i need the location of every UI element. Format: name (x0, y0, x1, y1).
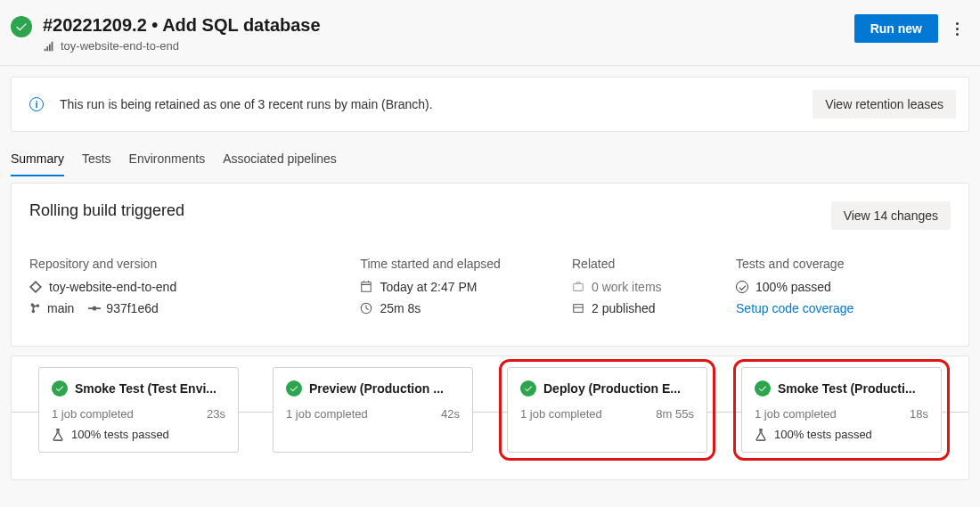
meta-tests: Tests and coverage 100% passed Setup cod… (736, 257, 951, 323)
repo-link[interactable]: toy-website-end-to-end (29, 280, 351, 294)
meta-repo-label: Repository and version (29, 257, 351, 271)
time-elapsed: 25m 8s (360, 301, 563, 315)
stages-panel: Smoke Test (Test Envi...1 job completed2… (11, 356, 969, 480)
tab-environments[interactable]: Environments (129, 151, 206, 176)
tab-tests[interactable]: Tests (82, 151, 111, 176)
tests-passed-link[interactable]: 100% passed (736, 280, 951, 294)
pipeline-link[interactable]: toy-website-end-to-end (43, 39, 321, 53)
run-new-button[interactable]: Run new (854, 14, 938, 43)
stage-duration: 42s (441, 407, 460, 421)
published-link[interactable]: 2 published (572, 301, 727, 315)
flask-icon (52, 429, 64, 441)
stage-duration: 8m 55s (656, 407, 694, 421)
tab-associated-pipelines[interactable]: Associated pipelines (223, 151, 337, 176)
stage-title: Smoke Test (Producti... (778, 381, 916, 396)
stage-jobs: 1 job completed (52, 407, 134, 421)
success-icon (755, 380, 771, 397)
meta-related: Related 0 work items 2 published (572, 257, 727, 323)
stage-title: Smoke Test (Test Envi... (75, 381, 216, 396)
success-icon (52, 380, 68, 397)
view-changes-button[interactable]: View 14 changes (831, 201, 951, 230)
more-menu-button[interactable] (951, 17, 964, 41)
repo-icon (29, 281, 42, 293)
retention-banner-wrap: i This run is being retained as one of 3… (0, 66, 980, 132)
svg-rect-1 (574, 284, 584, 291)
calendar-icon (360, 281, 372, 293)
stage-card[interactable]: Smoke Test (Test Envi...1 job completed2… (38, 367, 239, 453)
branch-link[interactable]: main (29, 301, 74, 315)
commit-icon (88, 302, 101, 315)
header-right: Run new (854, 14, 964, 43)
retention-banner: i This run is being retained as one of 3… (11, 77, 969, 132)
meta-time: Time started and elapsed Today at 2:47 P… (360, 257, 563, 323)
meta-related-label: Related (572, 257, 727, 271)
stage-jobs: 1 job completed (286, 407, 368, 421)
meta-repo: Repository and version toy-website-end-t… (29, 257, 351, 323)
stage-duration: 23s (207, 407, 225, 421)
repo-name: toy-website-end-to-end (49, 280, 176, 294)
page-header: #20221209.2 • Add SQL database toy-websi… (0, 0, 980, 66)
info-icon: i (29, 97, 44, 111)
stage-card[interactable]: Deploy (Production E...1 job completed8m… (507, 367, 707, 453)
flask-icon (755, 429, 767, 441)
commit-link[interactable]: 937f1e6d (88, 301, 158, 315)
stage-title: Deploy (Production E... (543, 381, 681, 396)
summary-heading: Rolling build triggered (29, 201, 184, 220)
artifact-icon (572, 302, 584, 315)
time-started: Today at 2:47 PM (360, 280, 563, 294)
stage-tests: 100% tests passed (755, 428, 928, 441)
svg-rect-2 (574, 305, 584, 313)
retention-message: This run is being retained as one of 3 r… (60, 97, 433, 111)
stage-jobs: 1 job completed (520, 407, 602, 421)
branch-icon (29, 302, 42, 315)
branch-name: main (47, 301, 74, 315)
view-retention-button[interactable]: View retention leases (813, 90, 956, 119)
stage-card[interactable]: Smoke Test (Producti...1 job completed18… (741, 367, 942, 453)
pipeline-name: toy-website-end-to-end (61, 39, 179, 53)
clock-icon (360, 302, 372, 315)
meta-tests-label: Tests and coverage (736, 257, 951, 271)
stage-tests: 100% tests passed (52, 428, 225, 441)
stage-title: Preview (Production ... (309, 381, 444, 396)
workitem-icon (572, 281, 584, 293)
tab-summary[interactable]: Summary (11, 151, 64, 176)
stage-jobs: 1 job completed (755, 407, 837, 421)
meta-time-label: Time started and elapsed (360, 257, 563, 271)
success-icon (286, 380, 302, 397)
stage-card[interactable]: Preview (Production ...1 job completed42… (273, 367, 473, 453)
check-icon (736, 281, 748, 293)
setup-coverage-link[interactable]: Setup code coverage (736, 301, 853, 315)
summary-card: Rolling build triggered View 14 changes … (11, 183, 969, 347)
tab-bar: Summary Tests Environments Associated pi… (0, 132, 980, 177)
stages-track: Smoke Test (Test Envi...1 job completed2… (38, 367, 942, 453)
work-items-link[interactable]: 0 work items (572, 280, 727, 294)
summary-meta-grid: Repository and version toy-website-end-t… (29, 257, 951, 323)
commit-hash: 937f1e6d (106, 301, 158, 315)
page-title: #20221209.2 • Add SQL database (43, 14, 321, 36)
header-left: #20221209.2 • Add SQL database toy-websi… (11, 14, 321, 53)
stage-duration: 18s (910, 407, 928, 421)
title-block: #20221209.2 • Add SQL database toy-websi… (43, 14, 321, 53)
success-icon (11, 16, 32, 37)
success-icon (520, 380, 536, 397)
pipeline-icon (43, 40, 55, 53)
